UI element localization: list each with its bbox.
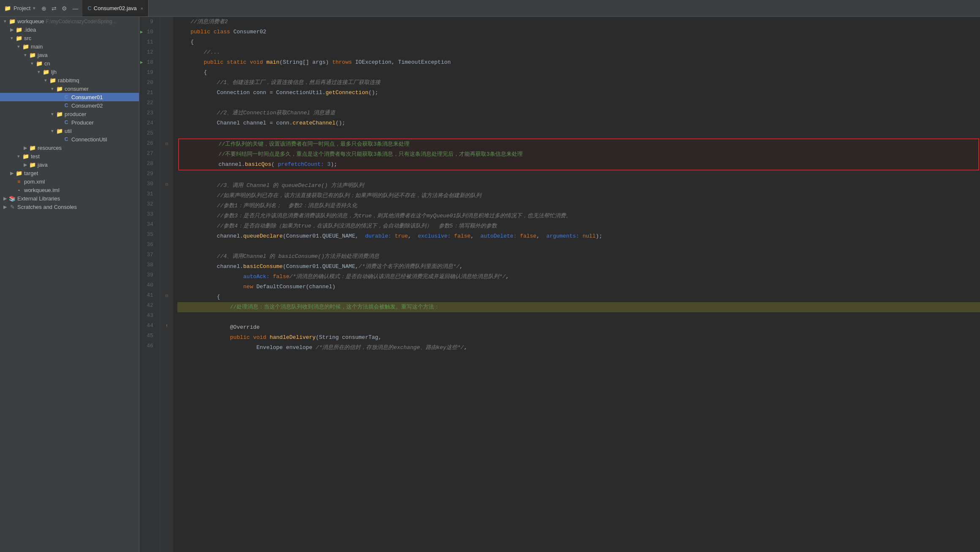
param-35c: autoDelete: xyxy=(480,231,517,241)
tree-item-producer[interactable]: ▾ 📁 producer xyxy=(0,110,139,118)
tree-item-src[interactable]: ▾ 📁 src xyxy=(0,34,139,42)
tree-label-ConnectionUtil: ConnectionUtil xyxy=(71,136,107,143)
line-num-43: 43 xyxy=(139,311,157,321)
library-icon: 📚 xyxy=(8,195,16,202)
line-num-11: 11 xyxy=(139,37,157,47)
space-39 xyxy=(269,272,273,282)
comment-inline-46: /*消息所在的信封，存放消息的exchange、路由key这些*/ xyxy=(316,343,464,353)
code-line-32: //参数1：声明的队列名； 参数2：消息队列是否持久化 xyxy=(177,201,980,211)
tab-bar: C Consumer02.java × xyxy=(82,0,976,16)
line-num-10: ▶ 10 xyxy=(139,27,157,37)
folder-icon-java-test: 📁 xyxy=(29,161,36,168)
tree-arrow-idea: ▶ xyxy=(8,27,15,32)
param-39: autoAck: xyxy=(243,272,269,282)
tree-item-rabbitmq[interactable]: ▾ 📁 rabbitmq xyxy=(0,76,139,84)
method-38: basicConsume xyxy=(243,262,283,272)
brace-19: { xyxy=(177,68,207,78)
comma-39: , xyxy=(506,272,509,282)
code-line-40: new DefaultConsumer(channel) xyxy=(177,282,980,292)
line-num-37: 37 xyxy=(139,250,157,260)
tab-label: Consumer02.java xyxy=(94,5,137,11)
top-icon-4[interactable]: — xyxy=(72,5,78,12)
java-icon-Producer: C xyxy=(62,119,70,126)
folder-icon-workqueue: 📁 xyxy=(8,18,16,24)
project-dropdown-arrow[interactable]: ▾ xyxy=(33,5,35,11)
code-line-29 xyxy=(177,170,980,181)
tree-item-scratches[interactable]: ▶ ✎ Scratches and Consoles xyxy=(0,203,139,211)
tree-arrow-java-test: ▶ xyxy=(22,162,29,168)
gutter-10 xyxy=(160,27,173,37)
gutter-38 xyxy=(160,260,173,270)
punc-24: (); xyxy=(335,118,345,128)
tree-item-java-test[interactable]: ▶ 📁 java xyxy=(0,160,139,169)
folder-icon-ljh: 📁 xyxy=(42,68,50,75)
gutter-20 xyxy=(160,78,173,88)
tree-item-idea[interactable]: ▶ 📁 .idea xyxy=(0,25,139,34)
gutter-46 xyxy=(160,341,173,351)
tree-arrow-main: ▾ xyxy=(15,44,22,49)
tree-item-cn[interactable]: ▾ 📁 cn xyxy=(0,59,139,68)
tree-item-Producer[interactable]: C Producer xyxy=(0,118,139,127)
punc-35: ); xyxy=(596,231,603,241)
tree-label-pom: pom.xml xyxy=(24,179,45,185)
tree-root-workqueue[interactable]: ▾ 📁 workqueue F:\myCode\crazyCode\Spring… xyxy=(0,17,139,25)
line-num-35: 35 xyxy=(139,230,157,240)
gutter-32 xyxy=(160,199,173,209)
tab-java-icon: C xyxy=(87,5,91,11)
param-35a: durable: xyxy=(365,231,391,241)
java-icon-Consumer01: C xyxy=(62,94,70,100)
top-icon-2[interactable]: ⇄ xyxy=(52,5,57,12)
tree-item-java[interactable]: ▾ 📁 java xyxy=(0,51,139,59)
space-28 xyxy=(324,160,327,170)
tree-arrow-src: ▾ xyxy=(8,35,15,41)
code-line-46: Envelope envelope /*消息所在的信封，存放消息的exchang… xyxy=(177,343,980,353)
tree-item-target[interactable]: ▶ 📁 target xyxy=(0,169,139,177)
project-panel-header[interactable]: 📁 Project ▾ ⊕ ⇄ ⚙ — xyxy=(4,5,78,12)
tab-close-button[interactable]: × xyxy=(141,6,143,11)
code-line-43 xyxy=(177,312,980,322)
gutter-25 xyxy=(160,128,173,138)
tree-item-resources[interactable]: ▶ 📁 resources xyxy=(0,143,139,152)
code-21: Connection conn = ConnectionUtil. xyxy=(177,88,326,98)
tree-item-ljh[interactable]: ▾ 📁 ljh xyxy=(0,68,139,76)
iml-icon: ▪ xyxy=(15,187,23,193)
tree-label-rabbitmq: rabbitmq xyxy=(58,77,79,84)
tree-item-pom[interactable]: ≡ pom.xml xyxy=(0,177,139,186)
gutter-31 xyxy=(160,189,173,199)
paren-35: (Consumer01.QUEUE_NAME, xyxy=(283,231,365,241)
code-line-33: //参数3：是否只允许该消息消费者消费该队列的消息，为true，则其他消费者在这… xyxy=(177,211,980,221)
code-28a: channel. xyxy=(179,160,245,170)
method-18: main xyxy=(266,57,280,68)
gutter-23 xyxy=(160,108,173,118)
code-editor[interactable]: 9 ▶ 10 11 12 ▶ 18 19 20 21 22 23 24 25 2… xyxy=(139,17,980,552)
tree-arrow-test: ▾ xyxy=(15,154,22,159)
folder-icon-cn: 📁 xyxy=(35,60,43,67)
tree-item-iml[interactable]: ▪ workqueue.iml xyxy=(0,186,139,194)
tree-label-ljh: ljh xyxy=(51,69,57,75)
line-num-33: 33 xyxy=(139,209,157,219)
tree-item-test[interactable]: ▾ 📁 test xyxy=(0,152,139,160)
line-num-28: 28 xyxy=(139,159,157,169)
line-num-12: 12 xyxy=(139,47,157,57)
tree-item-Consumer01[interactable]: C Consumer01 xyxy=(0,93,139,101)
tree-item-consumer[interactable]: ▾ 📁 consumer xyxy=(0,84,139,93)
top-icon-3[interactable]: ⚙ xyxy=(62,5,67,12)
tree-label-producer: producer xyxy=(65,111,86,117)
comment-23: //2、通过Connection获取Channel 消息通道 xyxy=(177,108,335,118)
tree-label-scratches: Scratches and Consoles xyxy=(17,204,77,210)
comma-46: , xyxy=(464,343,467,353)
tree-item-util[interactable]: ▾ 📁 util xyxy=(0,127,139,135)
tree-arrow-ext: ▶ xyxy=(2,196,8,201)
tab-consumer02[interactable]: C Consumer02.java × xyxy=(82,0,149,16)
code-line-10: public class Consumer02 xyxy=(177,27,980,37)
tree-item-external-libraries[interactable]: ▶ 📚 External Libraries xyxy=(0,194,139,203)
tree-label-Consumer02: Consumer02 xyxy=(71,103,103,109)
classname-10: Consumer02 xyxy=(233,27,266,37)
tree-item-Consumer02[interactable]: C Consumer02 xyxy=(0,101,139,110)
tree-item-main[interactable]: ▾ 📁 main xyxy=(0,42,139,51)
comment-12: //... xyxy=(177,47,220,57)
top-icon-1[interactable]: ⊕ xyxy=(41,5,46,12)
tree-item-ConnectionUtil[interactable]: C ConnectionUtil xyxy=(0,135,139,143)
gutter-21 xyxy=(160,88,173,98)
num-28: 3 xyxy=(327,160,331,170)
